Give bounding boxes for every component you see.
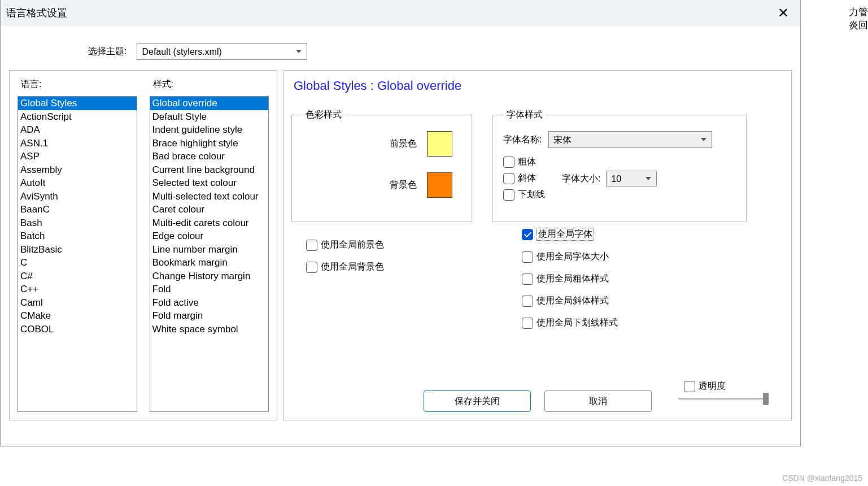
list-item[interactable]: Selected text colour [150, 176, 269, 190]
list-item[interactable]: ADA [18, 123, 137, 137]
color-legend: 色彩样式 [302, 109, 345, 121]
list-item[interactable]: ASP [18, 150, 137, 163]
use-global-fg-checkbox[interactable] [306, 240, 317, 251]
watermark: CSDN @xiaofang2015 [782, 474, 862, 483]
foreground-label: 前景色 [390, 138, 417, 150]
list-item[interactable]: C# [18, 270, 137, 283]
use-global-font-size-label[interactable]: 使用全局字体大小 [536, 251, 609, 263]
bold-checkbox[interactable] [503, 157, 514, 168]
list-item[interactable]: ASN.1 [18, 137, 137, 150]
left-panel: 语言: Global StylesActionScriptADAASN.1ASP… [9, 70, 277, 420]
use-global-italic-checkbox[interactable] [522, 296, 533, 307]
use-global-underline-label[interactable]: 使用全局下划线样式 [536, 317, 618, 329]
language-listbox[interactable]: Global StylesActionScriptADAASN.1ASPAsse… [18, 96, 137, 412]
underline-checkbox[interactable] [503, 189, 514, 201]
list-item[interactable]: Fold margin [150, 309, 269, 323]
list-item[interactable]: C++ [18, 283, 137, 296]
list-item[interactable]: Edge colour [150, 229, 269, 243]
list-item[interactable]: Global override [150, 97, 269, 110]
use-global-font-checkbox[interactable] [522, 229, 533, 240]
list-item[interactable]: AutoIt [18, 176, 137, 190]
list-item[interactable]: C [18, 256, 137, 270]
list-item[interactable]: CMake [18, 309, 137, 323]
list-item[interactable]: Current line background [150, 163, 269, 177]
transparency-label[interactable]: 透明度 [699, 380, 726, 392]
list-item[interactable]: BaanC [18, 203, 137, 216]
theme-row: 选择主题: Default (stylers.xml) [88, 43, 800, 60]
transparency-control: 透明度 [684, 380, 769, 400]
theme-select[interactable]: Default (stylers.xml) [137, 43, 307, 60]
list-item[interactable]: Multi-selected text colour [150, 190, 269, 203]
style-header: Global Styles : Global override [291, 79, 783, 93]
list-item[interactable]: BlitzBasic [18, 243, 137, 257]
use-global-font-label[interactable]: 使用全局字体 [536, 228, 594, 241]
italic-checkbox[interactable] [503, 173, 514, 184]
foreground-color-swatch[interactable] [427, 131, 452, 157]
list-item[interactable]: Change History margin [150, 270, 269, 283]
close-icon[interactable]: ✕ [772, 3, 795, 23]
list-item[interactable]: Bad brace colour [150, 150, 269, 163]
use-global-bg-checkbox[interactable] [306, 262, 317, 273]
list-item[interactable]: AviSynth [18, 190, 137, 203]
global-color-options: 使用全局前景色 使用全局背景色 [306, 239, 384, 273]
style-list-label: 样式: [150, 79, 269, 90]
right-panel: Global Styles : Global override 色彩样式 前景色… [283, 70, 792, 420]
list-item[interactable]: Assembly [18, 163, 137, 177]
language-list-label: 语言: [18, 79, 137, 90]
background-color-swatch[interactable] [427, 172, 452, 198]
use-global-italic-label[interactable]: 使用全局斜体样式 [536, 295, 609, 307]
font-name-select[interactable]: 宋体 [548, 131, 712, 148]
save-close-button[interactable]: 保存并关闭 [424, 390, 531, 412]
font-size-select[interactable]: 10 [606, 171, 657, 186]
underline-label[interactable]: 下划线 [518, 189, 545, 201]
title-bar: 语言格式设置 ✕ [1, 0, 800, 26]
use-global-font-size-checkbox[interactable] [522, 251, 533, 263]
dialog-title: 语言格式设置 [6, 6, 67, 20]
italic-label[interactable]: 斜体 [518, 172, 536, 184]
list-item[interactable]: Default Style [150, 110, 269, 124]
list-item[interactable]: Global Styles [18, 97, 137, 110]
use-global-underline-checkbox[interactable] [522, 318, 533, 329]
background-app-text: 力管 炎回 [849, 6, 868, 32]
slider-thumb[interactable] [763, 393, 769, 405]
list-item[interactable]: Bash [18, 216, 137, 230]
list-item[interactable]: COBOL [18, 323, 137, 336]
list-item[interactable]: Fold [150, 283, 269, 296]
font-name-label: 字体名称: [503, 134, 542, 146]
style-configurator-dialog: 语言格式设置 ✕ 选择主题: Default (stylers.xml) 语言:… [0, 0, 801, 446]
use-global-bold-label[interactable]: 使用全局粗体样式 [536, 273, 609, 285]
use-global-fg-label[interactable]: 使用全局前景色 [321, 239, 384, 251]
list-item[interactable]: Caret colour [150, 203, 269, 216]
transparency-slider[interactable] [678, 398, 769, 400]
transparency-checkbox[interactable] [684, 381, 695, 392]
list-item[interactable]: Multi-edit carets colour [150, 216, 269, 230]
list-item[interactable]: Brace highlight style [150, 137, 269, 150]
bold-label[interactable]: 粗体 [518, 156, 536, 168]
list-item[interactable]: Fold active [150, 296, 269, 310]
background-label: 背景色 [390, 179, 417, 191]
font-size-label: 字体大小: [562, 173, 600, 185]
font-legend: 字体样式 [503, 109, 546, 121]
use-global-bold-checkbox[interactable] [522, 274, 533, 285]
list-item[interactable]: Caml [18, 296, 137, 310]
font-style-group: 字体样式 字体名称: 宋体 粗体 斜体 下划线 [492, 109, 747, 222]
list-item[interactable]: White space symbol [150, 323, 269, 336]
global-font-options: 使用全局字体 使用全局字体大小 使用全局粗体样式 使用全局斜体样式 使用全局下划… [522, 228, 618, 329]
list-item[interactable]: Batch [18, 229, 137, 243]
style-listbox[interactable]: Global overrideDefault StyleIndent guide… [150, 96, 269, 412]
cancel-button[interactable]: 取消 [544, 390, 652, 412]
use-global-bg-label[interactable]: 使用全局背景色 [321, 261, 384, 273]
theme-label: 选择主题: [88, 46, 127, 58]
list-item[interactable]: ActionScript [18, 110, 137, 124]
list-item[interactable]: Line number margin [150, 243, 269, 257]
color-style-group: 色彩样式 前景色 背景色 [291, 109, 472, 222]
list-item[interactable]: Indent guideline style [150, 123, 269, 137]
list-item[interactable]: Bookmark margin [150, 256, 269, 270]
